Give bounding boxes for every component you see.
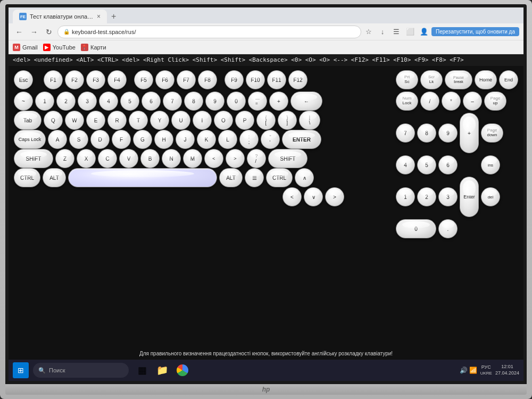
star-icon[interactable]: ☆ bbox=[363, 27, 374, 37]
key-f3[interactable]: F3 bbox=[86, 70, 105, 89]
key-numminus[interactable]: – bbox=[463, 92, 482, 111]
key-num2[interactable]: 2 bbox=[417, 187, 436, 206]
key-del[interactable]: del bbox=[481, 187, 500, 206]
start-button[interactable]: ⊞ bbox=[13, 362, 29, 378]
bookmark-maps[interactable]: 📍 Карти bbox=[81, 44, 106, 51]
key-9[interactable]: 9 bbox=[205, 92, 225, 111]
key-e[interactable]: E bbox=[86, 111, 105, 130]
key-plus[interactable]: + bbox=[269, 92, 288, 111]
key-prtsc[interactable]: PrtSc bbox=[396, 70, 418, 89]
key-menu[interactable]: ☰ bbox=[245, 168, 264, 187]
key-6[interactable]: 6 bbox=[142, 92, 161, 111]
key-ins[interactable]: ins bbox=[481, 155, 500, 174]
key-alt-right[interactable]: ALT bbox=[219, 168, 243, 187]
key-1[interactable]: 1 bbox=[35, 92, 54, 111]
key-numenter[interactable]: Enter bbox=[460, 177, 479, 217]
key-num9[interactable]: 9 bbox=[438, 123, 458, 143]
taskbar-search[interactable]: 🔍 Поиск bbox=[33, 363, 129, 378]
key-pgdn[interactable]: Pagedown bbox=[481, 123, 503, 143]
key-d[interactable]: D bbox=[90, 130, 110, 149]
key-f10[interactable]: F10 bbox=[246, 70, 265, 89]
key-j[interactable]: J bbox=[176, 130, 195, 149]
key-alt-left[interactable]: ALT bbox=[43, 168, 66, 187]
key-esc[interactable]: Esc bbox=[14, 70, 33, 89]
key-q[interactable]: Q bbox=[44, 111, 63, 130]
key-o[interactable]: O bbox=[214, 111, 233, 130]
key-f2[interactable]: F2 bbox=[65, 70, 84, 89]
key-home[interactable]: Home bbox=[475, 70, 497, 89]
key-tilde[interactable]: ~ bbox=[14, 92, 33, 111]
key-enter[interactable]: ENTER bbox=[282, 130, 321, 149]
settings-icon[interactable]: ☰ bbox=[391, 27, 402, 37]
key-ctrl-left[interactable]: CTRL bbox=[14, 168, 40, 187]
key-minus[interactable]: —= bbox=[248, 92, 267, 111]
key-g[interactable]: G bbox=[133, 130, 152, 149]
key-u[interactable]: U bbox=[171, 111, 190, 130]
key-numplus[interactable]: + bbox=[460, 113, 479, 153]
key-scrlock[interactable]: ScrLk bbox=[420, 70, 443, 89]
key-f[interactable]: F bbox=[112, 130, 131, 149]
key-lbracket[interactable]: {[ bbox=[256, 111, 276, 130]
key-capslock[interactable]: Caps Lock bbox=[14, 130, 46, 149]
key-comma[interactable]: < bbox=[204, 149, 223, 168]
key-y[interactable]: Y bbox=[150, 111, 169, 130]
key-4[interactable]: 4 bbox=[99, 92, 118, 111]
key-shift-left[interactable]: SHIFT bbox=[14, 149, 53, 168]
key-8[interactable]: 8 bbox=[184, 92, 203, 111]
key-s[interactable]: S bbox=[69, 130, 88, 149]
key-k[interactable]: K bbox=[197, 130, 216, 149]
key-n[interactable]: N bbox=[162, 149, 181, 168]
tab-close-button[interactable]: × bbox=[97, 13, 101, 20]
key-backspace[interactable]: ← bbox=[290, 92, 322, 111]
key-pause[interactable]: Pausebreak bbox=[445, 70, 472, 89]
restart-button[interactable]: Перезапустити, щоб оновити да bbox=[431, 27, 519, 36]
key-num3[interactable]: 3 bbox=[438, 187, 458, 206]
key-shift-right[interactable]: SHIFT bbox=[268, 149, 307, 168]
key-nummul[interactable]: * bbox=[442, 92, 461, 111]
taskbar-app-files[interactable]: ▦ bbox=[133, 361, 151, 379]
key-num4[interactable]: 4 bbox=[396, 155, 415, 174]
key-3[interactable]: 3 bbox=[78, 92, 97, 111]
key-rbracket[interactable]: }] bbox=[278, 111, 297, 130]
bookmark-youtube[interactable]: ▶ YouTube bbox=[43, 44, 76, 51]
profile-icon[interactable]: 👤 bbox=[419, 27, 429, 37]
active-tab[interactable]: FE Тест клавіатури онлайн × bbox=[13, 10, 107, 23]
key-f9[interactable]: F9 bbox=[225, 70, 244, 89]
key-t[interactable]: T bbox=[129, 111, 148, 130]
refresh-button[interactable]: ↻ bbox=[43, 26, 55, 38]
key-slash[interactable]: ?/ bbox=[247, 149, 266, 168]
key-f11[interactable]: F11 bbox=[267, 70, 286, 89]
key-tab[interactable]: Tab bbox=[14, 111, 41, 130]
key-f6[interactable]: F6 bbox=[155, 70, 174, 89]
key-f4[interactable]: F4 bbox=[107, 70, 127, 89]
key-f12[interactable]: F12 bbox=[288, 70, 307, 89]
key-0[interactable]: 0 bbox=[227, 92, 246, 111]
key-2[interactable]: 2 bbox=[56, 92, 76, 111]
key-5[interactable]: 5 bbox=[120, 92, 139, 111]
key-semicolon[interactable]: :; bbox=[239, 130, 259, 149]
bookmark-gmail[interactable]: M Gmail bbox=[13, 44, 38, 51]
key-arrow-up-bottom[interactable]: ∧ bbox=[295, 168, 314, 187]
key-7[interactable]: 7 bbox=[163, 92, 182, 111]
key-b[interactable]: B bbox=[140, 149, 160, 168]
key-backslash[interactable]: |\ bbox=[299, 111, 320, 130]
key-end[interactable]: End bbox=[499, 70, 518, 89]
key-numdiv[interactable]: / bbox=[420, 92, 439, 111]
back-button[interactable]: ← bbox=[13, 26, 26, 38]
key-quote[interactable]: "' bbox=[261, 130, 280, 149]
key-num1[interactable]: 1 bbox=[396, 187, 415, 206]
key-f7[interactable]: F7 bbox=[177, 70, 196, 89]
window-icon[interactable]: ⬜ bbox=[405, 27, 415, 37]
key-m[interactable]: M bbox=[183, 149, 202, 168]
key-r[interactable]: R bbox=[107, 111, 127, 130]
download-icon[interactable]: ↓ bbox=[377, 27, 388, 37]
key-c[interactable]: C bbox=[98, 149, 117, 168]
key-num0[interactable]: 0 bbox=[396, 219, 436, 238]
key-h[interactable]: H bbox=[154, 130, 173, 149]
key-w[interactable]: W bbox=[65, 111, 84, 130]
key-numdot[interactable]: . bbox=[438, 219, 458, 238]
language-indicator[interactable]: РУС UKRE bbox=[480, 364, 492, 376]
key-i[interactable]: I bbox=[193, 111, 212, 130]
key-f1[interactable]: F1 bbox=[44, 70, 63, 89]
key-f8[interactable]: F8 bbox=[198, 70, 217, 89]
